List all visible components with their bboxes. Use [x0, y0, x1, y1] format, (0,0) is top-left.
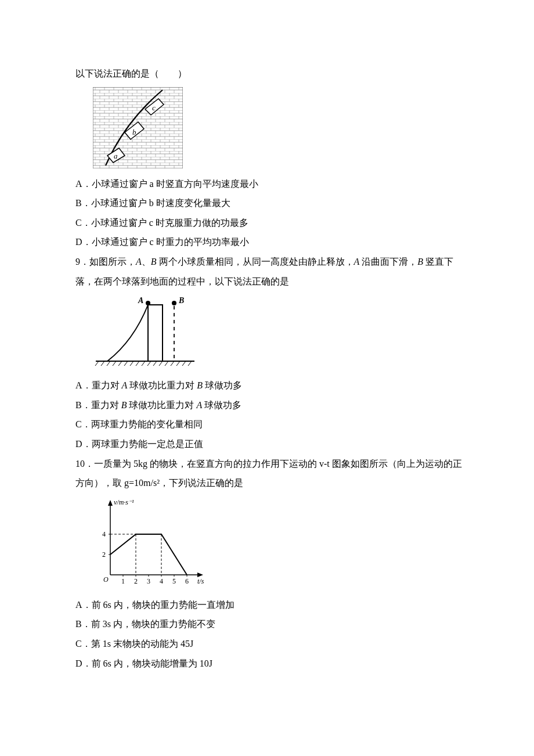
xtick-4: 4	[160, 577, 163, 585]
svg-line-20	[153, 361, 157, 366]
svg-line-12	[107, 361, 110, 366]
label-b: b	[132, 128, 136, 136]
ytick-2: 2	[102, 550, 106, 559]
svg-point-28	[172, 301, 176, 305]
exam-page: 以下说法正确的是（ ）	[0, 0, 534, 756]
q10-stem: 10．一质量为 5kg 的物块，在竖直方向的拉力作用下运动的 v-t 图象如图所…	[75, 454, 464, 493]
label-B: B	[178, 296, 184, 305]
q9-stem: 9．如图所示，A、B 两个小球质量相同，从同一高度处由静止释放，A 沿曲面下滑，…	[75, 252, 464, 291]
q8-option-D: D．小球通过窗户 c 时重力的平均功率最小	[75, 232, 464, 252]
q8-option-B: B．小球通过窗户 b 时速度变化量最大	[75, 193, 464, 213]
xtick-2: 2	[134, 577, 138, 585]
svg-line-21	[159, 361, 163, 366]
xtick-3: 3	[147, 577, 150, 585]
q9-option-D: D．两球重力势能一定总是正值	[75, 434, 464, 454]
label-c: c	[152, 103, 156, 112]
svg-point-27	[146, 301, 150, 305]
y-axis-label: v/m·s⁻¹	[114, 498, 134, 506]
svg-line-15	[124, 361, 128, 366]
xtick-1: 1	[121, 577, 125, 585]
svg-line-18	[142, 361, 145, 366]
q9-figure: A B	[93, 294, 464, 370]
svg-line-17	[136, 361, 139, 366]
q8-stem: 以下说法正确的是（ ）	[75, 64, 464, 84]
svg-line-10	[95, 361, 99, 366]
origin-label: O	[103, 575, 109, 584]
svg-line-25	[182, 361, 186, 366]
label-a: a	[114, 152, 118, 160]
q10-option-D: D．前 6s 内，物块动能增量为 10J	[75, 654, 464, 674]
q10-chart: v/m·s⁻¹ t/s O 2 4 1 2 3 4 5 6	[93, 496, 464, 589]
svg-line-24	[176, 361, 180, 366]
svg-line-13	[113, 361, 116, 366]
svg-marker-33	[197, 573, 203, 577]
q8-option-A: A．小球通过窗户 a 时竖直方向平均速度最小	[75, 174, 464, 194]
q8-figure: a b c	[93, 87, 464, 168]
q9-option-B: B．重力对 B 球做功比重力对 A 球做功多	[75, 395, 464, 415]
ytick-4: 4	[102, 530, 106, 538]
label-A: A	[138, 296, 143, 305]
svg-line-19	[147, 361, 151, 366]
svg-line-16	[130, 361, 134, 366]
xtick-5: 5	[172, 577, 176, 585]
q10-option-A: A．前 6s 内，物块的重力势能一直增加	[75, 595, 464, 615]
svg-line-11	[101, 361, 104, 366]
svg-line-22	[165, 361, 168, 366]
q9-option-A: A．重力对 A 球做功比重力对 B 球做功多	[75, 376, 464, 395]
xtick-6: 6	[185, 577, 189, 585]
svg-line-26	[188, 361, 192, 366]
x-axis-label: t/s	[197, 577, 204, 585]
svg-line-14	[118, 361, 122, 366]
svg-marker-32	[108, 500, 113, 506]
q8-option-C: C．小球通过窗户 c 时克服重力做的功最多	[75, 213, 464, 233]
q9-option-C: C．两球重力势能的变化量相同	[75, 415, 464, 434]
svg-line-23	[171, 361, 174, 366]
q10-option-C: C．第 1s 末物块的动能为 45J	[75, 634, 464, 654]
q10-option-B: B．前 3s 内，物块的重力势能不变	[75, 614, 464, 634]
